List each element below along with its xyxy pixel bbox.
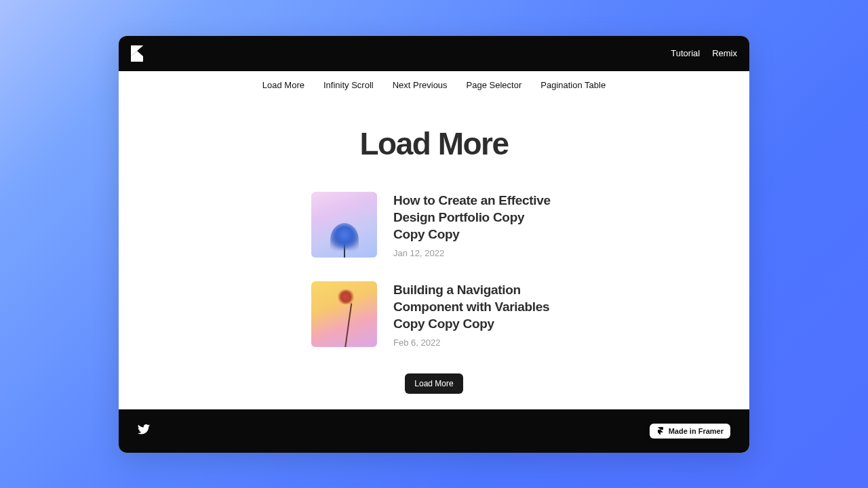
twitter-icon[interactable] — [138, 424, 150, 437]
nav-link-remix[interactable]: Remix — [712, 48, 737, 58]
tab-infinity-scroll[interactable]: Infinity Scroll — [323, 80, 374, 90]
made-in-framer-badge[interactable]: Made in Framer — [650, 424, 730, 439]
post-text: How to Create an Effective Design Portfo… — [393, 192, 557, 258]
tab-next-previous[interactable]: Next Previous — [393, 80, 448, 90]
app-window: Tutorial Remix Load More Infinity Scroll… — [119, 36, 749, 453]
badge-label: Made in Framer — [669, 427, 724, 435]
load-more-button[interactable]: Load More — [405, 373, 462, 394]
logo-icon — [131, 45, 143, 62]
post-list: How to Create an Effective Design Portfo… — [311, 192, 557, 348]
footer: Made in Framer — [119, 409, 749, 453]
post-thumbnail — [311, 281, 377, 347]
post-date: Feb 6, 2022 — [393, 338, 557, 348]
top-nav: Tutorial Remix — [671, 48, 737, 58]
topbar: Tutorial Remix — [119, 36, 749, 71]
post-item[interactable]: Building a Navigation Component with Var… — [311, 281, 557, 348]
tab-pagination-table[interactable]: Pagination Table — [540, 80, 606, 90]
post-item[interactable]: How to Create an Effective Design Portfo… — [311, 192, 557, 258]
content: Load More How to Create an Effective Des… — [119, 100, 749, 409]
logo[interactable] — [131, 45, 143, 62]
framer-icon — [656, 427, 665, 435]
tab-page-selector[interactable]: Page Selector — [467, 80, 522, 90]
tab-load-more[interactable]: Load More — [262, 80, 304, 90]
page-title: Load More — [359, 125, 508, 162]
subnav: Load More Infinity Scroll Next Previous … — [119, 71, 749, 100]
post-thumbnail — [311, 192, 377, 258]
post-date: Jan 12, 2022 — [393, 248, 557, 258]
post-title: Building a Navigation Component with Var… — [393, 281, 557, 332]
post-title: How to Create an Effective Design Portfo… — [393, 192, 557, 243]
nav-link-tutorial[interactable]: Tutorial — [671, 48, 700, 58]
post-text: Building a Navigation Component with Var… — [393, 281, 557, 348]
